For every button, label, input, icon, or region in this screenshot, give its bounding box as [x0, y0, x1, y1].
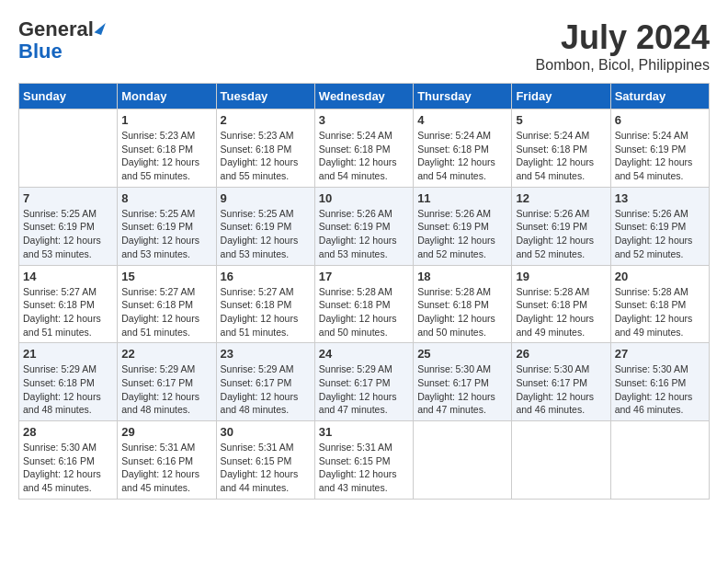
calendar-col-saturday: Saturday [610, 84, 709, 109]
day-info: Sunrise: 5:23 AM Sunset: 6:18 PM Dayligh… [121, 129, 211, 183]
calendar-col-wednesday: Wednesday [314, 84, 413, 109]
calendar-cell: 17Sunrise: 5:28 AM Sunset: 6:18 PM Dayli… [314, 265, 413, 343]
calendar-cell: 4Sunrise: 5:24 AM Sunset: 6:18 PM Daylig… [414, 109, 512, 188]
calendar-cell: 18Sunrise: 5:28 AM Sunset: 6:18 PM Dayli… [414, 265, 512, 343]
calendar-cell: 9Sunrise: 5:25 AM Sunset: 6:19 PM Daylig… [216, 187, 314, 265]
logo-text2: Blue [18, 40, 63, 63]
day-info: Sunrise: 5:30 AM Sunset: 6:16 PM Dayligh… [23, 441, 113, 495]
calendar-cell: 1Sunrise: 5:23 AM Sunset: 6:18 PM Daylig… [118, 109, 216, 188]
calendar-col-tuesday: Tuesday [216, 84, 314, 109]
day-info: Sunrise: 5:29 AM Sunset: 6:17 PM Dayligh… [221, 362, 311, 417]
calendar-cell [512, 421, 610, 500]
calendar-week-1: 1Sunrise: 5:23 AM Sunset: 6:18 PM Daylig… [19, 109, 710, 188]
calendar-cell: 21Sunrise: 5:29 AM Sunset: 6:18 PM Dayli… [19, 343, 118, 421]
calendar-table: SundayMondayTuesdayWednesdayThursdayFrid… [18, 83, 710, 500]
day-info: Sunrise: 5:27 AM Sunset: 6:18 PM Dayligh… [121, 285, 211, 339]
day-info: Sunrise: 5:29 AM Sunset: 6:17 PM Dayligh… [319, 362, 409, 417]
calendar-cell: 25Sunrise: 5:30 AM Sunset: 6:17 PM Dayli… [414, 343, 512, 421]
day-number: 28 [23, 425, 113, 439]
day-number: 8 [121, 191, 211, 205]
day-number: 31 [319, 425, 409, 439]
day-info: Sunrise: 5:26 AM Sunset: 6:19 PM Dayligh… [615, 207, 705, 261]
day-number: 29 [121, 425, 211, 439]
calendar-cell: 19Sunrise: 5:28 AM Sunset: 6:18 PM Dayli… [512, 265, 610, 343]
day-info: Sunrise: 5:23 AM Sunset: 6:18 PM Dayligh… [221, 129, 311, 183]
calendar-cell: 7Sunrise: 5:25 AM Sunset: 6:19 PM Daylig… [19, 187, 118, 265]
day-info: Sunrise: 5:28 AM Sunset: 6:18 PM Dayligh… [516, 285, 606, 339]
calendar-cell: 23Sunrise: 5:29 AM Sunset: 6:17 PM Dayli… [216, 343, 314, 421]
day-number: 6 [615, 113, 705, 127]
day-number: 7 [23, 191, 113, 205]
calendar-cell [414, 421, 512, 500]
calendar-week-5: 28Sunrise: 5:30 AM Sunset: 6:16 PM Dayli… [19, 421, 710, 500]
day-number: 30 [221, 425, 311, 439]
calendar-cell [610, 421, 709, 500]
page-subtitle: Bombon, Bicol, Philippines [536, 57, 710, 74]
day-info: Sunrise: 5:30 AM Sunset: 6:17 PM Dayligh… [417, 362, 507, 417]
day-info: Sunrise: 5:29 AM Sunset: 6:17 PM Dayligh… [121, 362, 211, 417]
day-number: 20 [615, 270, 705, 283]
calendar-cell: 8Sunrise: 5:25 AM Sunset: 6:19 PM Daylig… [118, 187, 216, 265]
calendar-cell: 15Sunrise: 5:27 AM Sunset: 6:18 PM Dayli… [118, 265, 216, 343]
day-number: 23 [221, 347, 311, 361]
day-number: 11 [417, 191, 507, 205]
day-info: Sunrise: 5:24 AM Sunset: 6:18 PM Dayligh… [319, 129, 409, 183]
day-number: 14 [23, 270, 113, 283]
calendar-cell: 14Sunrise: 5:27 AM Sunset: 6:18 PM Dayli… [19, 265, 118, 343]
day-number: 9 [221, 191, 311, 205]
calendar-cell: 31Sunrise: 5:31 AM Sunset: 6:15 PM Dayli… [314, 421, 413, 500]
day-number: 10 [319, 191, 409, 205]
day-number: 24 [319, 347, 409, 361]
calendar-col-thursday: Thursday [414, 84, 512, 109]
day-number: 13 [615, 191, 705, 205]
calendar-cell: 30Sunrise: 5:31 AM Sunset: 6:15 PM Dayli… [216, 421, 314, 500]
day-info: Sunrise: 5:25 AM Sunset: 6:19 PM Dayligh… [221, 207, 311, 261]
day-info: Sunrise: 5:26 AM Sunset: 6:19 PM Dayligh… [319, 207, 409, 261]
day-info: Sunrise: 5:29 AM Sunset: 6:18 PM Dayligh… [23, 362, 113, 417]
calendar-cell: 28Sunrise: 5:30 AM Sunset: 6:16 PM Dayli… [19, 421, 118, 500]
day-info: Sunrise: 5:24 AM Sunset: 6:18 PM Dayligh… [516, 129, 606, 183]
day-number: 15 [121, 270, 211, 283]
day-number: 17 [319, 270, 409, 283]
day-info: Sunrise: 5:31 AM Sunset: 6:15 PM Dayligh… [319, 441, 409, 495]
day-number: 2 [221, 113, 311, 127]
day-info: Sunrise: 5:25 AM Sunset: 6:19 PM Dayligh… [23, 207, 113, 261]
day-number: 19 [516, 270, 606, 283]
calendar-week-4: 21Sunrise: 5:29 AM Sunset: 6:18 PM Dayli… [19, 343, 710, 421]
calendar-cell: 29Sunrise: 5:31 AM Sunset: 6:16 PM Dayli… [118, 421, 216, 500]
calendar-cell: 22Sunrise: 5:29 AM Sunset: 6:17 PM Dayli… [118, 343, 216, 421]
day-number: 21 [23, 347, 113, 361]
calendar-header-row: SundayMondayTuesdayWednesdayThursdayFrid… [19, 84, 710, 109]
day-info: Sunrise: 5:26 AM Sunset: 6:19 PM Dayligh… [417, 207, 507, 261]
calendar-cell [19, 109, 118, 188]
calendar-cell: 13Sunrise: 5:26 AM Sunset: 6:19 PM Dayli… [610, 187, 709, 265]
day-number: 12 [516, 191, 606, 205]
logo-text: General [18, 18, 103, 40]
page-header: General Blue July 2024 Bombon, Bicol, Ph… [18, 18, 710, 74]
page-title: July 2024 [536, 18, 710, 57]
calendar-cell: 2Sunrise: 5:23 AM Sunset: 6:18 PM Daylig… [216, 109, 314, 188]
day-info: Sunrise: 5:25 AM Sunset: 6:19 PM Dayligh… [121, 207, 211, 261]
calendar-cell: 20Sunrise: 5:28 AM Sunset: 6:18 PM Dayli… [610, 265, 709, 343]
day-info: Sunrise: 5:28 AM Sunset: 6:18 PM Dayligh… [417, 285, 507, 339]
calendar-cell: 12Sunrise: 5:26 AM Sunset: 6:19 PM Dayli… [512, 187, 610, 265]
day-info: Sunrise: 5:24 AM Sunset: 6:18 PM Dayligh… [417, 129, 507, 183]
day-info: Sunrise: 5:27 AM Sunset: 6:18 PM Dayligh… [23, 285, 113, 339]
day-number: 27 [615, 347, 705, 361]
day-number: 26 [516, 347, 606, 361]
calendar-week-3: 14Sunrise: 5:27 AM Sunset: 6:18 PM Dayli… [19, 265, 710, 343]
title-block: July 2024 Bombon, Bicol, Philippines [536, 18, 710, 74]
day-number: 4 [417, 113, 507, 127]
day-info: Sunrise: 5:30 AM Sunset: 6:16 PM Dayligh… [615, 362, 705, 417]
calendar-col-monday: Monday [118, 84, 216, 109]
day-info: Sunrise: 5:26 AM Sunset: 6:19 PM Dayligh… [516, 207, 606, 261]
day-number: 25 [417, 347, 507, 361]
day-number: 3 [319, 113, 409, 127]
calendar-cell: 6Sunrise: 5:24 AM Sunset: 6:19 PM Daylig… [610, 109, 709, 188]
calendar-cell: 11Sunrise: 5:26 AM Sunset: 6:19 PM Dayli… [414, 187, 512, 265]
calendar-cell: 24Sunrise: 5:29 AM Sunset: 6:17 PM Dayli… [314, 343, 413, 421]
day-number: 18 [417, 270, 507, 283]
day-number: 5 [516, 113, 606, 127]
calendar-cell: 16Sunrise: 5:27 AM Sunset: 6:18 PM Dayli… [216, 265, 314, 343]
calendar-cell: 3Sunrise: 5:24 AM Sunset: 6:18 PM Daylig… [314, 109, 413, 188]
